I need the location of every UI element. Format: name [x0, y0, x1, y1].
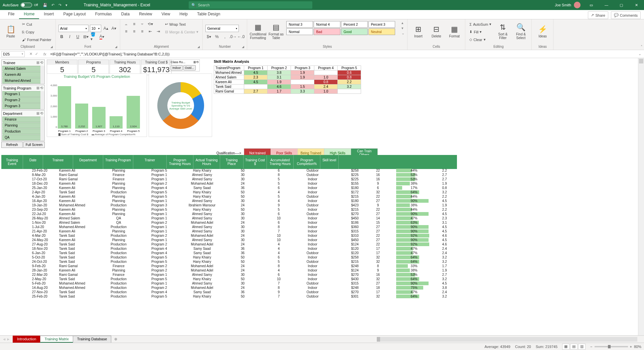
- cell-style-normal-3[interactable]: Normal 3: [286, 21, 313, 28]
- tab-help[interactable]: Help: [175, 10, 192, 19]
- dialog-launcher-icon[interactable]: ◢: [242, 45, 244, 48]
- zoom-level[interactable]: 80%: [634, 345, 641, 349]
- font-size-select[interactable]: 10▾: [90, 25, 101, 32]
- underline-icon[interactable]: U: [74, 33, 81, 40]
- table-row[interactable]: 4-Jan-20Kareem AliPlanningProgram 5Hany …: [1, 194, 457, 199]
- number-format-select[interactable]: General▾: [205, 25, 239, 32]
- table-row[interactable]: 24-May-20Kareem AliPlanningProgram 1Ahme…: [1, 238, 457, 242]
- table-row[interactable]: 1-Nov-20Ahmed SalemQAProgram 2Mohamed Ad…: [1, 220, 457, 225]
- table-row[interactable]: 27-Aug-20Tarek SaidProductionProgram 2Mo…: [1, 242, 457, 246]
- percent-icon[interactable]: %: [213, 33, 220, 40]
- fill-button[interactable]: ⬇Fill▾: [468, 28, 493, 35]
- styles-more-icon[interactable]: ⌄: [401, 31, 405, 35]
- sheet-tab[interactable]: Training Database: [73, 336, 111, 343]
- minimize-icon[interactable]: —: [599, 0, 614, 10]
- insert-cells-button[interactable]: ⊞Insert: [410, 21, 426, 42]
- column-header[interactable]: Actual Training Hours: [193, 155, 220, 169]
- slicer-pill[interactable]: Outd...: [183, 65, 196, 70]
- table-row[interactable]: 23-Feb-20Kareem AliPlanningProgram 5Hany…: [1, 168, 457, 173]
- clear-filter-icon[interactable]: ⟲: [40, 86, 43, 90]
- scrollbar[interactable]: [40, 66, 44, 83]
- table-row[interactable]: 22-Jul-20Kareem AliPlanningProgram 1Ahme…: [1, 212, 457, 216]
- align-middle-icon[interactable]: ≡: [131, 21, 138, 27]
- indent-decrease-icon[interactable]: ⇤: [147, 28, 154, 35]
- format-painter-button[interactable]: 🖌Format Painter: [21, 36, 53, 43]
- align-left-icon[interactable]: ≡: [123, 28, 130, 35]
- slicer-item[interactable]: Kareem Ali: [2, 72, 44, 77]
- cut-button[interactable]: ✂Cut: [21, 21, 53, 28]
- fill-color-icon[interactable]: 🪣▾: [91, 33, 97, 40]
- cancel-formula-icon[interactable]: ✕: [29, 52, 32, 56]
- table-row[interactable]: 27-Nov-20Tarek SaidProductionProgram 4Sa…: [1, 290, 457, 294]
- tab-formulas[interactable]: Formulas: [91, 10, 117, 19]
- sheet-tab[interactable]: Introduction: [13, 336, 40, 343]
- page-layout-view-icon[interactable]: ▤: [570, 344, 578, 350]
- column-header[interactable]: Training Event: [1, 155, 23, 169]
- align-center-icon[interactable]: ≡: [131, 28, 138, 35]
- merge-center-button[interactable]: ⊟Merge & Center▾: [164, 28, 200, 35]
- close-icon[interactable]: ✕: [629, 0, 644, 10]
- copy-button[interactable]: ⎘Copy: [21, 28, 53, 35]
- bold-icon[interactable]: B: [58, 33, 65, 40]
- cell-style-percent-2[interactable]: Percent 2: [341, 21, 368, 28]
- slicer-item[interactable]: Program 3: [2, 103, 44, 109]
- dialog-launcher-icon[interactable]: ◢: [115, 45, 117, 48]
- decrease-decimal-icon[interactable]: ←.0: [237, 33, 244, 40]
- refresh-button[interactable]: Refresh: [1, 142, 23, 148]
- table-row[interactable]: 23-Sep-20Kareem AliPlanningProgram 5Hany…: [1, 207, 457, 212]
- add-sheet-icon[interactable]: ⊕: [111, 337, 121, 341]
- table-row[interactable]: 25-Feb-20Tarek SaidProductionProgram 5Ha…: [1, 294, 457, 299]
- avatar[interactable]: [574, 2, 581, 8]
- table-row[interactable]: 18-Nov-20Tarek SaidProductionProgram 4Sa…: [1, 246, 457, 251]
- column-header[interactable]: Trainee: [43, 155, 73, 169]
- user-name[interactable]: Joe Smith: [555, 3, 571, 7]
- redo-icon[interactable]: ↷: [58, 3, 61, 7]
- paste-button[interactable]: 📋Paste: [3, 21, 19, 42]
- slicer-item[interactable]: Finance: [2, 117, 44, 122]
- page-break-view-icon[interactable]: ▥: [578, 344, 586, 350]
- align-bottom-icon[interactable]: ⫟: [139, 21, 146, 27]
- tab-home[interactable]: Home: [19, 10, 39, 19]
- format-cells-button[interactable]: ▦Format: [446, 21, 462, 42]
- slicer-classroom[interactable]: Class Ro...⊞⟲ IndoorOutd...: [170, 59, 200, 71]
- enter-formula-icon[interactable]: ✓: [35, 52, 38, 56]
- format-as-table-button[interactable]: ▤Format as Table: [268, 21, 284, 42]
- table-row[interactable]: 9-Feb-20Rami GamalFinanceProgram 2Mohame…: [1, 264, 457, 268]
- share-button[interactable]: ↗Share: [588, 11, 608, 19]
- table-row[interactable]: 17-Oct-20Rami GamalFinanceProgram 1Ahmed…: [1, 177, 457, 181]
- italic-icon[interactable]: I: [66, 33, 73, 40]
- maximize-icon[interactable]: ▢: [614, 0, 629, 10]
- table-row[interactable]: 4-Mar-20Tarek SaidProductionProgram 2Moh…: [1, 233, 457, 238]
- ideas-button[interactable]: ⚡Ideas: [534, 21, 550, 42]
- multiselect-icon[interactable]: ⊞: [36, 111, 39, 116]
- styles-up-icon[interactable]: ▴: [401, 21, 405, 25]
- table-row[interactable]: 2-Apr-20Tarek SaidProductionProgram 5Han…: [1, 190, 457, 194]
- slicer-item[interactable]: Planning: [2, 123, 44, 128]
- styles-down-icon[interactable]: ▾: [401, 26, 405, 30]
- table-row[interactable]: 5-Feb-20Mohamed AhmedProductionProgram 1…: [1, 281, 457, 286]
- zoom-slider[interactable]: [595, 346, 628, 347]
- table-row[interactable]: 5-Oct-20Tarek SaidProductionProgram 5Han…: [1, 255, 457, 259]
- border-icon[interactable]: ⊞▾: [83, 33, 89, 40]
- table-row[interactable]: 16-Apr-20Kareem AliPlanningProgram 1Ahme…: [1, 199, 457, 203]
- align-right-icon[interactable]: ≡: [139, 28, 146, 35]
- slicer-item[interactable]: QA: [2, 135, 44, 140]
- slicer-item[interactable]: Program 2: [2, 97, 44, 103]
- tab-data[interactable]: Data: [117, 10, 134, 19]
- delete-cells-button[interactable]: ⊟Delete: [428, 21, 444, 42]
- table-row[interactable]: 6-Jan-20Tarek SaidProductionProgram 4Sam…: [1, 251, 457, 255]
- cell-style-normal[interactable]: Normal: [286, 28, 313, 35]
- tab-page-layout[interactable]: Page Layout: [58, 10, 90, 19]
- wrap-text-button[interactable]: ↩Wrap Text: [164, 21, 200, 28]
- indent-increase-icon[interactable]: ⇥: [155, 28, 162, 35]
- tab-review[interactable]: Review: [134, 10, 157, 19]
- comments-button[interactable]: 💬Comments: [611, 11, 641, 19]
- table-row[interactable]: 28-Jan-20Kareem AliPlanningProgram 2Moha…: [1, 268, 457, 273]
- tab-insert[interactable]: Insert: [39, 10, 58, 19]
- vertical-scrollbar[interactable]: [638, 58, 644, 335]
- orientation-icon[interactable]: ⟲▾: [147, 21, 154, 27]
- column-header[interactable]: Training Place: [220, 155, 244, 169]
- sheet-nav-last-icon[interactable]: ▹: [7, 337, 9, 341]
- dialog-launcher-icon[interactable]: ◢: [50, 45, 53, 48]
- column-header[interactable]: Training Program: [103, 155, 133, 169]
